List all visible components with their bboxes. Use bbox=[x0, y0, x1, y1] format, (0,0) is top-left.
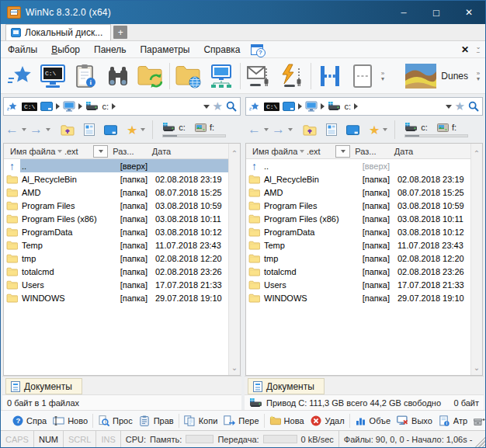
file-row[interactable]: ..[вверх] bbox=[246, 159, 470, 172]
forward-button[interactable]: → bbox=[30, 123, 43, 136]
tab-local-disk[interactable]: Локальный диск... bbox=[5, 24, 111, 40]
favorite-toggle-icon[interactable]: ★ bbox=[455, 101, 465, 112]
menubar-overflow-icon[interactable]: ⌄− bbox=[474, 44, 482, 55]
details-view-button[interactable] bbox=[326, 123, 337, 136]
column-header-ext[interactable]: .ext bbox=[307, 147, 335, 156]
shooting-star-icon[interactable] bbox=[7, 102, 19, 112]
computer-icon[interactable] bbox=[305, 101, 318, 112]
title-bar[interactable]: WinNc 8.3.2.0 (x64) bbox=[1, 1, 485, 24]
archive-button[interactable]: Архи bbox=[470, 414, 485, 428]
file-list[interactable]: ..[вверх] Al_RecycleBin[папка]02.08.2018… bbox=[246, 159, 482, 375]
file-row[interactable]: Program Files[папка]03.08.2018 10:59 bbox=[4, 199, 228, 212]
column-header-date[interactable]: Дата bbox=[394, 147, 470, 156]
menu-help[interactable]: Справка bbox=[196, 43, 247, 57]
drive-button-c[interactable]: c: bbox=[401, 122, 431, 133]
column-header-size[interactable]: Раз... bbox=[355, 147, 394, 156]
file-row[interactable]: Program Files[папка]03.08.2018 10:59 bbox=[246, 199, 470, 212]
column-headers[interactable]: Имя файла .ext Раз... Дата bbox=[4, 144, 240, 159]
search-icon[interactable] bbox=[468, 101, 479, 112]
favorites-button[interactable]: ★ bbox=[127, 124, 137, 136]
new-tab-button[interactable]: + bbox=[113, 26, 127, 39]
file-row[interactable]: Temp[папка]11.07.2018 23:43 bbox=[246, 238, 470, 252]
scroll-down-icon[interactable] bbox=[474, 359, 480, 373]
paste-info-button[interactable]: i bbox=[69, 61, 102, 92]
up-directory-button[interactable] bbox=[303, 124, 317, 136]
documents-tab[interactable]: Документы bbox=[5, 378, 82, 394]
back-history-dropdown-icon[interactable] bbox=[264, 128, 269, 131]
toolbar-overflow-icon[interactable]: »▾ bbox=[379, 71, 387, 82]
breadcrumb[interactable]: C:\ c: ★ bbox=[245, 97, 483, 116]
file-row[interactable]: Al_RecycleBin[папка]02.08.2018 23:19 bbox=[246, 172, 470, 186]
volume-button[interactable]: Объе bbox=[352, 414, 394, 428]
menu-options[interactable]: Параметры bbox=[133, 43, 196, 57]
column-header-ext[interactable]: .ext bbox=[64, 147, 93, 156]
favorites-button[interactable]: ★ bbox=[369, 124, 380, 136]
breadcrumb-chevron-icon[interactable] bbox=[78, 103, 82, 109]
resize-grip[interactable] bbox=[474, 431, 485, 447]
documents-tab[interactable]: Документы bbox=[248, 378, 325, 394]
direct-connection-button[interactable] bbox=[276, 61, 308, 92]
favorites-dropdown-icon[interactable] bbox=[383, 128, 387, 131]
maximize-button[interactable] bbox=[420, 1, 453, 24]
file-row[interactable]: WINDOWS[папка]29.07.2018 19:10 bbox=[4, 291, 228, 304]
vertical-scrollbar[interactable] bbox=[470, 144, 482, 375]
edit-button[interactable]: Прав bbox=[136, 414, 177, 428]
scroll-up-icon[interactable] bbox=[231, 145, 238, 159]
favorites-dropdown-icon[interactable] bbox=[141, 128, 145, 131]
help-button[interactable]: ?Спра bbox=[9, 414, 50, 428]
file-row[interactable]: tmp[папка]02.08.2018 12:20 bbox=[246, 252, 470, 265]
breadcrumb-chevron-icon[interactable] bbox=[112, 103, 116, 109]
details-view-button[interactable] bbox=[84, 123, 95, 136]
help-window-icon[interactable] bbox=[251, 44, 263, 55]
skin-selector[interactable]: Dunes bbox=[399, 64, 474, 89]
breadcrumb-dropdown-icon[interactable] bbox=[203, 105, 210, 109]
desktop-icon[interactable] bbox=[283, 102, 295, 111]
column-header-name[interactable]: Имя файла bbox=[4, 147, 64, 156]
back-history-dropdown-icon[interactable] bbox=[22, 128, 26, 131]
drive-crumb-label[interactable]: c: bbox=[344, 102, 351, 111]
breadcrumb-chevron-icon[interactable] bbox=[321, 103, 325, 109]
menubar-close-icon[interactable]: ✕ bbox=[457, 44, 473, 55]
newfolder-button[interactable]: Нова bbox=[266, 414, 307, 428]
favorite-toggle-icon[interactable]: ★ bbox=[213, 101, 223, 112]
column-header-name[interactable]: Имя файла bbox=[246, 147, 307, 156]
drive-crumb-label[interactable]: c: bbox=[102, 102, 109, 111]
breadcrumb-chevron-icon[interactable] bbox=[298, 103, 302, 109]
file-row[interactable]: ..[вверх] bbox=[4, 159, 228, 172]
column-options-dropdown[interactable] bbox=[335, 145, 350, 158]
toolbar-overflow-icon[interactable]: »▾ bbox=[474, 71, 482, 82]
folder-web-button[interactable] bbox=[172, 61, 205, 92]
drive-crumb-icon[interactable] bbox=[85, 102, 99, 111]
file-row[interactable]: WINDOWS[папка]29.07.2018 19:10 bbox=[246, 291, 470, 304]
menu-panel[interactable]: Панель bbox=[87, 43, 133, 57]
exit-button[interactable]: Выхо bbox=[394, 414, 436, 428]
file-list[interactable]: ..[вверх] Al_RecycleBin[папка]02.08.2018… bbox=[4, 159, 240, 375]
drive-button-c[interactable]: c: bbox=[159, 122, 189, 133]
network-pc-button[interactable] bbox=[205, 61, 238, 92]
copy-button[interactable]: Копи bbox=[181, 414, 221, 428]
breadcrumb[interactable]: C:\ c: ★ bbox=[3, 97, 241, 116]
file-row[interactable]: Users[папка]17.07.2018 21:33 bbox=[4, 278, 228, 291]
column-headers[interactable]: Имя файла .ext Раз... Дата bbox=[246, 144, 482, 159]
minimize-button[interactable] bbox=[387, 1, 420, 24]
breadcrumb-chevron-icon[interactable] bbox=[354, 103, 358, 109]
computer-icon[interactable] bbox=[63, 101, 75, 112]
mail-connection-button[interactable] bbox=[243, 61, 276, 92]
file-row[interactable]: ProgramData[папка]03.08.2018 10:12 bbox=[4, 225, 228, 238]
drive-button-f[interactable]: f: bbox=[434, 122, 460, 133]
back-button[interactable]: ← bbox=[5, 123, 19, 136]
desktop-icon[interactable] bbox=[40, 102, 53, 111]
file-row[interactable]: Users[папка]17.07.2018 21:33 bbox=[246, 278, 470, 291]
file-row[interactable]: tmp[папка]02.08.2018 12:20 bbox=[4, 252, 228, 265]
favorites-star-button[interactable] bbox=[4, 61, 36, 92]
file-row[interactable]: Program Files (x86)[папка]03.08.2018 10:… bbox=[4, 212, 228, 225]
search-icon[interactable] bbox=[226, 101, 237, 112]
drive-button-f[interactable]: f: bbox=[192, 122, 217, 133]
breadcrumb-dropdown-icon[interactable] bbox=[446, 105, 452, 109]
split-file-button[interactable] bbox=[314, 61, 346, 92]
desktop-view-button[interactable] bbox=[346, 125, 359, 135]
scroll-up-icon[interactable] bbox=[474, 145, 480, 159]
delete-button[interactable]: Удал bbox=[307, 414, 348, 428]
file-row[interactable]: ProgramData[папка]03.08.2018 10:12 bbox=[246, 225, 470, 238]
view-button[interactable]: Прос bbox=[95, 414, 136, 428]
